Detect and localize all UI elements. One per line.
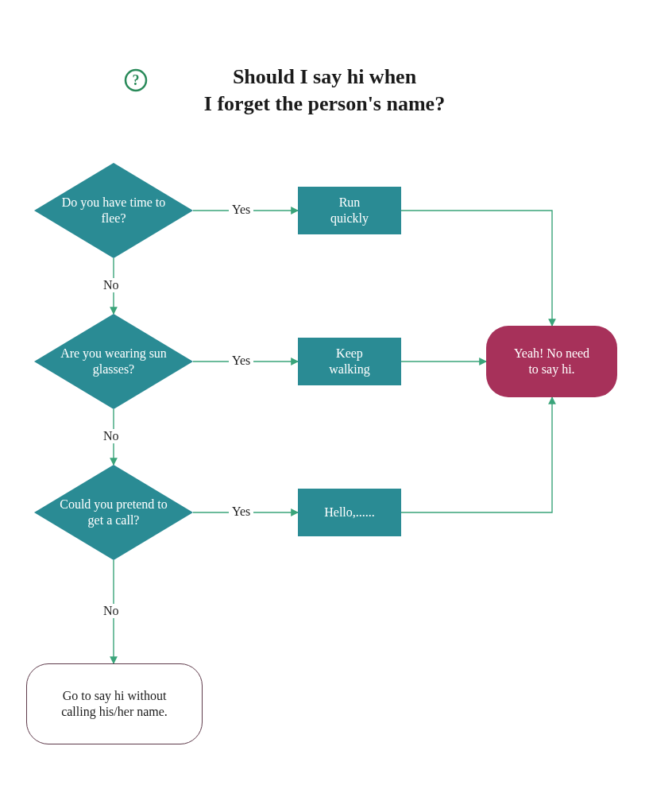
edge-label-no: No bbox=[100, 429, 122, 443]
decision-time-to-flee: Do you have time to flee? bbox=[34, 163, 193, 258]
edge-label-yes: Yes bbox=[229, 505, 253, 519]
title-line-2: I forget the person's name? bbox=[204, 92, 445, 115]
terminator-label: Go to say hi without calling his/her nam… bbox=[27, 664, 202, 744]
decision-label: Could you pretend to get a call? bbox=[34, 465, 193, 560]
edge-label-no: No bbox=[100, 278, 122, 292]
edge-label-yes: Yes bbox=[229, 203, 253, 217]
process-run-quickly: Run quickly bbox=[298, 187, 401, 234]
process-label: Keep walking bbox=[298, 338, 401, 385]
decision-sun-glasses: Are you wearing sun glasses? bbox=[34, 314, 193, 409]
process-hello: Hello,...... bbox=[298, 489, 401, 536]
decision-label: Are you wearing sun glasses? bbox=[34, 314, 193, 409]
terminator-say-hi-anyway: Go to say hi without calling his/her nam… bbox=[26, 663, 203, 744]
process-label: Hello,...... bbox=[298, 489, 401, 536]
decision-label: Do you have time to flee? bbox=[34, 163, 193, 258]
terminator-no-need: Yeah! No need to say hi. bbox=[486, 326, 617, 397]
decision-pretend-call: Could you pretend to get a call? bbox=[34, 465, 193, 560]
edge-label-no: No bbox=[100, 604, 122, 618]
process-label: Run quickly bbox=[298, 187, 401, 234]
process-keep-walking: Keep walking bbox=[298, 338, 401, 385]
title-line-1: Should I say hi when bbox=[233, 65, 416, 88]
diagram-title: Should I say hi when I forget the person… bbox=[0, 64, 649, 118]
terminator-label: Yeah! No need to say hi. bbox=[486, 326, 617, 397]
edge-label-yes: Yes bbox=[229, 354, 253, 368]
